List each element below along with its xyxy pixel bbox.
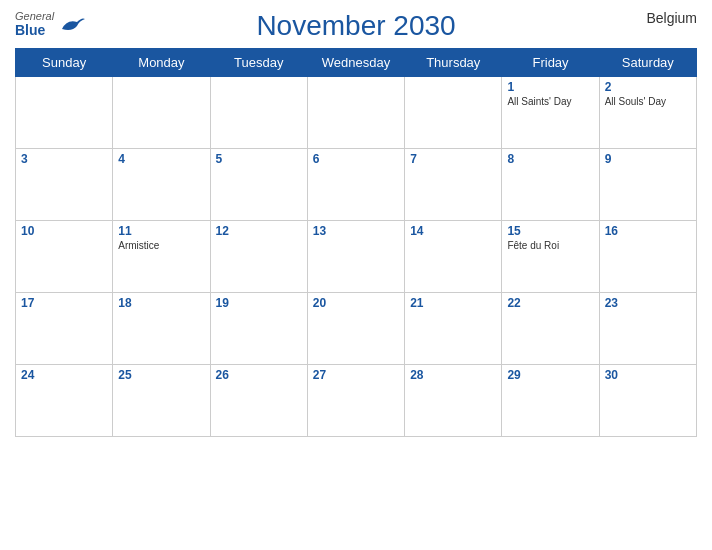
calendar-cell: 5: [210, 149, 307, 221]
calendar-cell: 7: [405, 149, 502, 221]
day-number: 17: [21, 296, 107, 310]
day-number: 28: [410, 368, 496, 382]
day-number: 12: [216, 224, 302, 238]
country-label: Belgium: [646, 10, 697, 26]
weekday-header-monday: Monday: [113, 49, 210, 77]
calendar-cell: 28: [405, 365, 502, 437]
calendar-cell: 6: [307, 149, 404, 221]
day-number: 26: [216, 368, 302, 382]
calendar-cell: 30: [599, 365, 696, 437]
calendar-cell: 14: [405, 221, 502, 293]
day-number: 9: [605, 152, 691, 166]
calendar-cell: 23: [599, 293, 696, 365]
calendar-container: General Blue November 2030 Belgium Sunda…: [0, 0, 712, 550]
logo-general-text: General: [15, 10, 54, 22]
day-number: 5: [216, 152, 302, 166]
weekday-header-wednesday: Wednesday: [307, 49, 404, 77]
calendar-cell: 16: [599, 221, 696, 293]
calendar-cell: [16, 77, 113, 149]
calendar-cell: 4: [113, 149, 210, 221]
logo-text: General Blue: [15, 10, 54, 38]
week-row-1: 1All Saints' Day2All Souls' Day: [16, 77, 697, 149]
day-number: 6: [313, 152, 399, 166]
day-number: 16: [605, 224, 691, 238]
calendar-cell: 19: [210, 293, 307, 365]
day-number: 15: [507, 224, 593, 238]
holiday-name: All Saints' Day: [507, 96, 593, 107]
day-number: 24: [21, 368, 107, 382]
day-number: 19: [216, 296, 302, 310]
day-number: 2: [605, 80, 691, 94]
calendar-cell: 18: [113, 293, 210, 365]
day-number: 7: [410, 152, 496, 166]
logo-bird-icon: [57, 14, 87, 34]
calendar-cell: 27: [307, 365, 404, 437]
month-title: November 2030: [256, 10, 455, 42]
day-number: 10: [21, 224, 107, 238]
calendar-cell: [307, 77, 404, 149]
calendar-cell: 8: [502, 149, 599, 221]
calendar-cell: 26: [210, 365, 307, 437]
day-number: 20: [313, 296, 399, 310]
day-number: 21: [410, 296, 496, 310]
day-number: 25: [118, 368, 204, 382]
calendar-cell: 12: [210, 221, 307, 293]
day-number: 18: [118, 296, 204, 310]
week-row-4: 17181920212223: [16, 293, 697, 365]
week-row-2: 3456789: [16, 149, 697, 221]
weekday-header-thursday: Thursday: [405, 49, 502, 77]
day-number: 22: [507, 296, 593, 310]
day-number: 30: [605, 368, 691, 382]
calendar-cell: 9: [599, 149, 696, 221]
calendar-cell: 25: [113, 365, 210, 437]
header-row: General Blue November 2030 Belgium: [15, 10, 697, 42]
logo-blue-text: Blue: [15, 22, 54, 38]
calendar-cell: 22: [502, 293, 599, 365]
calendar-cell: 15Fête du Roi: [502, 221, 599, 293]
day-number: 29: [507, 368, 593, 382]
day-number: 11: [118, 224, 204, 238]
day-number: 8: [507, 152, 593, 166]
calendar-cell: 17: [16, 293, 113, 365]
calendar-cell: 29: [502, 365, 599, 437]
weekday-header-sunday: Sunday: [16, 49, 113, 77]
holiday-name: All Souls' Day: [605, 96, 691, 107]
holiday-name: Fête du Roi: [507, 240, 593, 251]
week-row-3: 1011Armistice12131415Fête du Roi16: [16, 221, 697, 293]
day-number: 14: [410, 224, 496, 238]
calendar-cell: 10: [16, 221, 113, 293]
calendar-cell: 20: [307, 293, 404, 365]
calendar-cell: [113, 77, 210, 149]
day-number: 1: [507, 80, 593, 94]
calendar-cell: 1All Saints' Day: [502, 77, 599, 149]
calendar-table: SundayMondayTuesdayWednesdayThursdayFrid…: [15, 48, 697, 437]
day-number: 4: [118, 152, 204, 166]
calendar-cell: [405, 77, 502, 149]
calendar-cell: 21: [405, 293, 502, 365]
calendar-cell: 24: [16, 365, 113, 437]
day-number: 3: [21, 152, 107, 166]
calendar-cell: [210, 77, 307, 149]
day-number: 27: [313, 368, 399, 382]
calendar-cell: 11Armistice: [113, 221, 210, 293]
calendar-cell: 2All Souls' Day: [599, 77, 696, 149]
week-row-5: 24252627282930: [16, 365, 697, 437]
weekday-header-saturday: Saturday: [599, 49, 696, 77]
calendar-cell: 13: [307, 221, 404, 293]
weekday-header-friday: Friday: [502, 49, 599, 77]
day-number: 23: [605, 296, 691, 310]
calendar-cell: 3: [16, 149, 113, 221]
day-number: 13: [313, 224, 399, 238]
weekday-header-tuesday: Tuesday: [210, 49, 307, 77]
logo: General Blue: [15, 10, 87, 38]
holiday-name: Armistice: [118, 240, 204, 251]
weekday-header-row: SundayMondayTuesdayWednesdayThursdayFrid…: [16, 49, 697, 77]
